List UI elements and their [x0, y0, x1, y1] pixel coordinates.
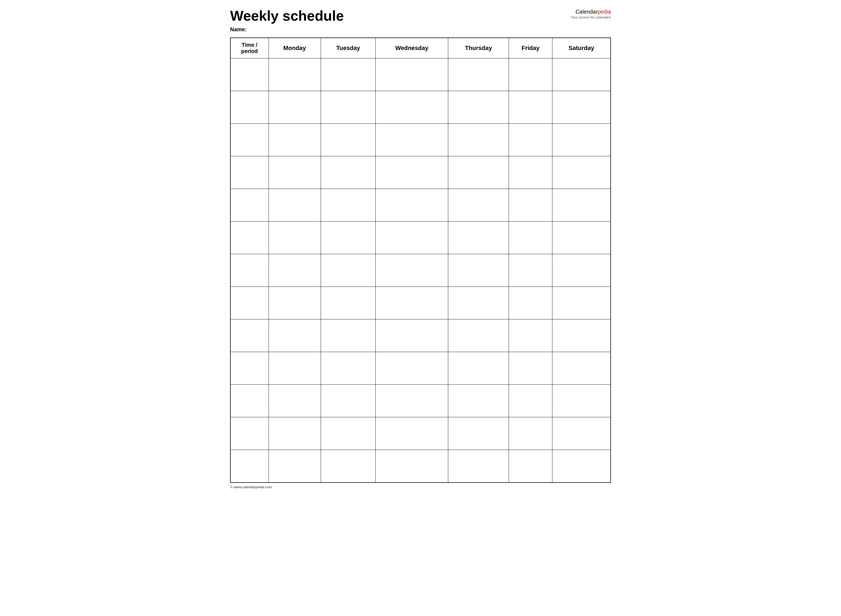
schedule-cell[interactable]	[321, 385, 375, 417]
schedule-cell[interactable]	[269, 91, 321, 124]
schedule-cell[interactable]	[552, 59, 611, 91]
schedule-cell[interactable]	[376, 91, 448, 124]
schedule-cell[interactable]	[376, 417, 448, 450]
time-cell[interactable]	[230, 450, 269, 483]
schedule-cell[interactable]	[552, 287, 611, 320]
schedule-cell[interactable]	[376, 385, 448, 417]
col-header-wednesday: Wednesday	[376, 38, 448, 59]
time-cell[interactable]	[230, 124, 269, 156]
schedule-cell[interactable]	[509, 385, 553, 417]
schedule-cell[interactable]	[376, 450, 448, 483]
schedule-cell[interactable]	[448, 450, 509, 483]
schedule-cell[interactable]	[321, 189, 375, 221]
schedule-cell[interactable]	[269, 287, 321, 320]
schedule-cell[interactable]	[269, 59, 321, 91]
time-cell[interactable]	[230, 287, 269, 320]
col-header-thursday: Thursday	[448, 38, 509, 59]
schedule-cell[interactable]	[509, 450, 553, 483]
schedule-cell[interactable]	[269, 320, 321, 352]
schedule-cell[interactable]	[321, 320, 375, 352]
schedule-table: Time / period Monday Tuesday Wednesday T…	[230, 38, 611, 483]
schedule-cell[interactable]	[509, 124, 553, 156]
schedule-cell[interactable]	[448, 221, 509, 254]
schedule-cell[interactable]	[509, 91, 553, 124]
schedule-cell[interactable]	[448, 189, 509, 221]
schedule-cell[interactable]	[269, 385, 321, 417]
schedule-cell[interactable]	[448, 91, 509, 124]
schedule-cell[interactable]	[509, 254, 553, 287]
schedule-cell[interactable]	[552, 352, 611, 385]
table-row	[230, 91, 611, 124]
table-header-row: Time / period Monday Tuesday Wednesday T…	[230, 38, 611, 59]
schedule-cell[interactable]	[321, 59, 375, 91]
schedule-cell[interactable]	[376, 320, 448, 352]
schedule-cell[interactable]	[376, 254, 448, 287]
schedule-cell[interactable]	[448, 385, 509, 417]
schedule-cell[interactable]	[321, 450, 375, 483]
schedule-cell[interactable]	[509, 189, 553, 221]
schedule-cell[interactable]	[448, 156, 509, 189]
schedule-cell[interactable]	[321, 417, 375, 450]
time-cell[interactable]	[230, 254, 269, 287]
schedule-cell[interactable]	[552, 385, 611, 417]
schedule-cell[interactable]	[321, 254, 375, 287]
schedule-cell[interactable]	[321, 221, 375, 254]
schedule-cell[interactable]	[552, 189, 611, 221]
table-row	[230, 385, 611, 417]
time-cell[interactable]	[230, 59, 269, 91]
schedule-cell[interactable]	[376, 124, 448, 156]
schedule-cell[interactable]	[448, 417, 509, 450]
schedule-cell[interactable]	[509, 287, 553, 320]
schedule-cell[interactable]	[321, 124, 375, 156]
schedule-cell[interactable]	[448, 352, 509, 385]
schedule-cell[interactable]	[269, 124, 321, 156]
schedule-cell[interactable]	[552, 254, 611, 287]
time-cell[interactable]	[230, 156, 269, 189]
schedule-cell[interactable]	[448, 320, 509, 352]
schedule-cell[interactable]	[448, 254, 509, 287]
schedule-cell[interactable]	[269, 450, 321, 483]
schedule-cell[interactable]	[269, 221, 321, 254]
schedule-cell[interactable]	[376, 221, 448, 254]
schedule-cell[interactable]	[269, 352, 321, 385]
time-cell[interactable]	[230, 221, 269, 254]
schedule-cell[interactable]	[269, 254, 321, 287]
schedule-cell[interactable]	[509, 59, 553, 91]
schedule-cell[interactable]	[321, 91, 375, 124]
schedule-cell[interactable]	[376, 352, 448, 385]
schedule-cell[interactable]	[376, 59, 448, 91]
col-header-friday: Friday	[509, 38, 553, 59]
schedule-cell[interactable]	[509, 352, 553, 385]
time-cell[interactable]	[230, 320, 269, 352]
col-header-time: Time / period	[230, 38, 269, 59]
schedule-cell[interactable]	[552, 156, 611, 189]
schedule-cell[interactable]	[321, 156, 375, 189]
time-cell[interactable]	[230, 189, 269, 221]
schedule-cell[interactable]	[552, 221, 611, 254]
time-cell[interactable]	[230, 91, 269, 124]
schedule-cell[interactable]	[269, 156, 321, 189]
schedule-cell[interactable]	[321, 287, 375, 320]
schedule-cell[interactable]	[509, 221, 553, 254]
schedule-cell[interactable]	[448, 59, 509, 91]
schedule-cell[interactable]	[269, 417, 321, 450]
schedule-cell[interactable]	[552, 450, 611, 483]
time-cell[interactable]	[230, 352, 269, 385]
time-cell[interactable]	[230, 417, 269, 450]
name-row: Name:	[230, 26, 611, 32]
schedule-cell[interactable]	[552, 417, 611, 450]
schedule-cell[interactable]	[552, 91, 611, 124]
schedule-cell[interactable]	[376, 189, 448, 221]
time-cell[interactable]	[230, 385, 269, 417]
schedule-cell[interactable]	[509, 320, 553, 352]
schedule-cell[interactable]	[376, 287, 448, 320]
schedule-cell[interactable]	[376, 156, 448, 189]
schedule-cell[interactable]	[448, 124, 509, 156]
schedule-cell[interactable]	[509, 156, 553, 189]
schedule-cell[interactable]	[509, 417, 553, 450]
schedule-cell[interactable]	[552, 124, 611, 156]
schedule-cell[interactable]	[552, 320, 611, 352]
schedule-cell[interactable]	[448, 287, 509, 320]
schedule-cell[interactable]	[269, 189, 321, 221]
schedule-cell[interactable]	[321, 352, 375, 385]
